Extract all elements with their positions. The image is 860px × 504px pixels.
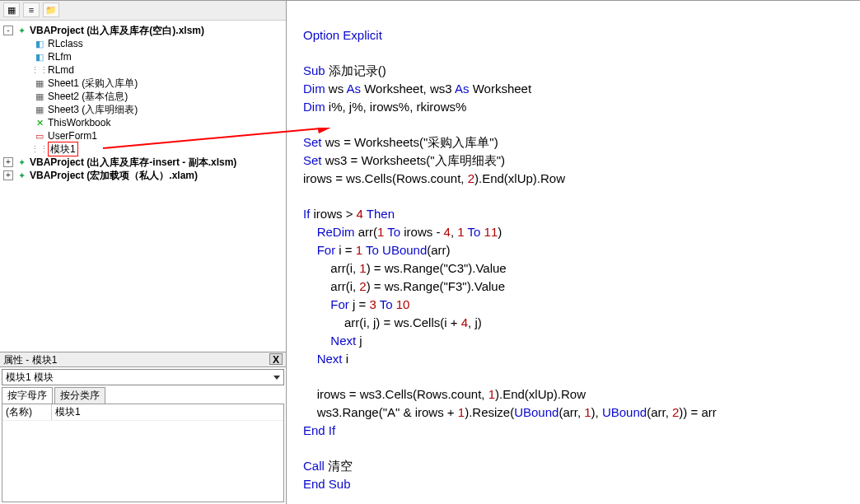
collapse-icon[interactable]: -	[3, 26, 13, 35]
property-value[interactable]: 模块1	[52, 404, 283, 420]
tree-item-sheet3[interactable]: ▦Sheet3 (入库明细表)	[0, 103, 286, 116]
project-icon: ✦	[15, 25, 28, 36]
properties-tabs: 按字母序 按分类序	[0, 387, 286, 404]
properties-title: 属性 - 模块1	[3, 353, 57, 366]
workbook-icon: ✕	[33, 117, 46, 128]
project-explorer: ▦ ≡ 📁 -✦VBAProject (出入库及库存(空白).xlsm) ◧RL…	[0, 1, 287, 504]
view-code-button[interactable]: ▦	[3, 2, 20, 17]
module-icon: ⋮⋮	[33, 143, 46, 155]
object-selector[interactable]: 模块1 模块	[2, 369, 284, 385]
tree-item-module1[interactable]: ⋮⋮模块1	[0, 142, 286, 156]
tree-item-thisworkbook[interactable]: ✕ThisWorkbook	[0, 116, 286, 129]
project-node-3[interactable]: +✦VBAProject (宏加载项（私人）.xlam)	[0, 169, 286, 182]
tree-item-sheet1[interactable]: ▦Sheet1 (采购入库单)	[0, 77, 286, 90]
sheet-icon: ▦	[33, 77, 46, 89]
project-icon: ✦	[15, 156, 28, 168]
tree-item-userform1[interactable]: ▭UserForm1	[0, 129, 286, 142]
project-node-1[interactable]: -✦VBAProject (出入库及库存(空白).xlsm)	[0, 24, 286, 37]
class-icon: ◧	[33, 51, 46, 63]
properties-grid[interactable]: (名称) 模块1	[2, 404, 284, 502]
expand-icon[interactable]: +	[3, 170, 13, 180]
project-icon: ✦	[15, 170, 28, 181]
properties-header: 属性 - 模块1 X	[0, 352, 286, 367]
code-editor[interactable]: Option Explicit Sub 添加记录() Dim ws As Wor…	[287, 1, 860, 504]
view-object-button[interactable]: ≡	[23, 2, 40, 17]
object-selector-label: 模块1 模块	[6, 371, 54, 385]
tab-categorized[interactable]: 按分类序	[54, 387, 105, 404]
tab-alphabetic[interactable]: 按字母序	[2, 387, 53, 404]
module-icon: ⋮⋮	[33, 64, 46, 76]
tree-item-sheet2[interactable]: ▦Sheet2 (基本信息)	[0, 90, 286, 103]
sheet-icon: ▦	[33, 104, 46, 115]
form-icon: ▭	[33, 130, 46, 142]
chevron-down-icon	[273, 376, 280, 380]
explorer-toolbar: ▦ ≡ 📁	[0, 1, 286, 21]
sheet-icon: ▦	[33, 91, 46, 102]
property-row[interactable]: (名称) 模块1	[2, 404, 283, 421]
class-icon: ◧	[33, 38, 46, 49]
property-key: (名称)	[2, 404, 52, 420]
toggle-folders-button[interactable]: 📁	[43, 2, 59, 17]
tree-item-rlclass[interactable]: ◧RLclass	[0, 37, 286, 50]
project-node-2[interactable]: +✦VBAProject (出入库及库存-insert - 副本.xlsm)	[0, 156, 286, 169]
tree-item-rlmd[interactable]: ⋮⋮RLmd	[0, 63, 286, 77]
tree-item-rlfm[interactable]: ◧RLfm	[0, 50, 286, 63]
close-icon[interactable]: X	[269, 353, 283, 365]
project-tree[interactable]: -✦VBAProject (出入库及库存(空白).xlsm) ◧RLclass …	[0, 21, 286, 352]
expand-icon[interactable]: +	[3, 157, 13, 167]
